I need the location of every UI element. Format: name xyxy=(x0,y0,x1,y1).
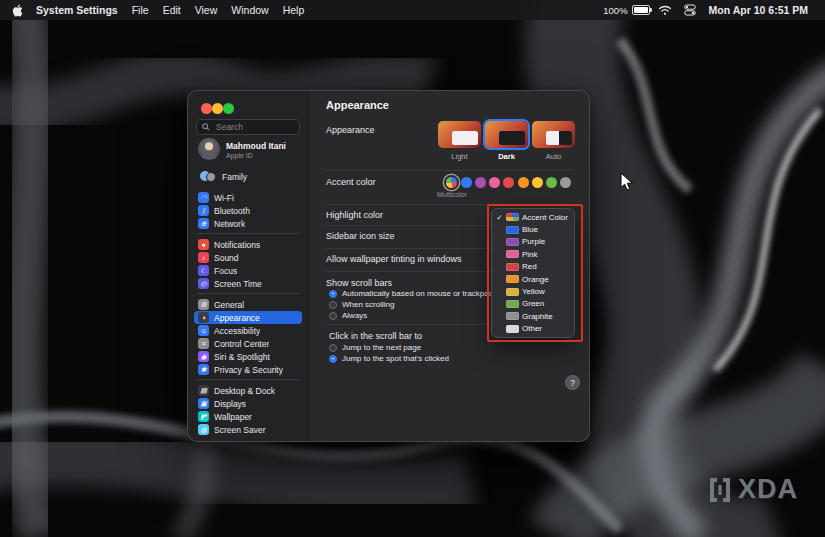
accent-color-green[interactable] xyxy=(546,177,557,188)
radio-label: Jump to the next page xyxy=(342,343,421,352)
minimize-button[interactable] xyxy=(212,103,223,114)
accent-color-yellow[interactable] xyxy=(532,177,543,188)
color-swatch xyxy=(506,226,519,234)
desktop: System Settings File Edit View Window He… xyxy=(0,0,825,537)
accent-color-blue[interactable] xyxy=(461,177,472,188)
sidebar-item-network[interactable]: ⊕ Network xyxy=(194,217,302,230)
menu-item-other[interactable]: Other xyxy=(492,323,574,335)
sidebar-item-desktop-dock[interactable]: ▤ Desktop & Dock xyxy=(194,384,302,397)
network-icon: ⊕ xyxy=(198,218,209,229)
menu-window[interactable]: Window xyxy=(224,4,275,16)
menu-item-label: Accent Color xyxy=(522,213,568,222)
menu-item-red[interactable]: Red xyxy=(492,261,574,273)
appearance-option-auto[interactable]: Auto xyxy=(532,121,575,161)
menu-file[interactable]: File xyxy=(125,4,156,16)
sidebar-item-screen-time[interactable]: ◴ Screen Time xyxy=(194,277,302,290)
sidebar-item-label: Control Center xyxy=(214,339,269,349)
radio-jump-to-spot[interactable]: Jump to the spot that's clicked xyxy=(329,354,449,363)
sidebar-search[interactable] xyxy=(196,119,300,135)
radio-button[interactable] xyxy=(329,312,337,320)
menu-item-green[interactable]: Green xyxy=(492,298,574,310)
radio-scrollbars-always[interactable]: Always xyxy=(329,311,367,320)
sidebar-item-wifi[interactable]: ◠ Wi-Fi xyxy=(194,191,302,204)
menu-item-yellow[interactable]: Yellow xyxy=(492,285,574,297)
menu-item-graphite[interactable]: Graphite xyxy=(492,310,574,322)
xda-watermark: XDA xyxy=(708,474,798,505)
profile-name[interactable]: Mahmoud Itani xyxy=(226,141,286,151)
sidebar-item-wallpaper[interactable]: ◩ Wallpaper xyxy=(194,410,302,423)
color-swatch xyxy=(506,300,519,308)
accent-color-purple[interactable] xyxy=(475,177,486,188)
menu-item-orange[interactable]: Orange xyxy=(492,273,574,285)
screen-saver-icon: ◍ xyxy=(198,424,209,435)
accent-color-orange[interactable] xyxy=(518,177,529,188)
siri-icon: ◉ xyxy=(198,351,209,362)
menu-edit[interactable]: Edit xyxy=(156,4,188,16)
help-button[interactable]: ? xyxy=(565,375,580,390)
radio-button[interactable] xyxy=(329,355,337,363)
family-icon xyxy=(200,170,216,183)
color-swatch xyxy=(506,312,519,320)
radio-button[interactable] xyxy=(329,290,337,298)
sidebar-item-sound[interactable]: ♪ Sound xyxy=(194,251,302,264)
sidebar-item-family[interactable]: Family xyxy=(222,172,247,182)
wallpaper-tinting-label: Allow wallpaper tinting in windows xyxy=(326,254,462,264)
menubar-clock[interactable]: Mon Apr 10 6:51 PM xyxy=(702,4,815,16)
auto-mode-thumbnail[interactable] xyxy=(532,121,575,148)
sidebar-separator xyxy=(197,293,299,294)
control-center-icon[interactable] xyxy=(684,4,696,16)
close-button[interactable] xyxy=(201,103,212,114)
radio-scrollbars-when-scrolling[interactable]: When scrolling xyxy=(329,300,394,309)
accent-color-red[interactable] xyxy=(503,177,514,188)
menu-item-label: Blue xyxy=(522,225,538,234)
radio-scrollbars-auto[interactable]: Automatically based on mouse or trackpad xyxy=(329,289,493,298)
wifi-icon[interactable] xyxy=(658,5,672,16)
sidebar-item-privacy-security[interactable]: ✱ Privacy & Security xyxy=(194,363,302,376)
menu-item-blue[interactable]: Blue xyxy=(492,223,574,235)
sidebar-item-label: General xyxy=(214,300,244,310)
menu-item-pink[interactable]: Pink xyxy=(492,248,574,260)
sidebar-item-notifications[interactable]: ● Notifications xyxy=(194,238,302,251)
scroll-click-label: Click in the scroll bar to xyxy=(329,331,422,341)
sidebar-item-control-center[interactable]: ≡ Control Center xyxy=(194,337,302,350)
accent-color-multicolor[interactable] xyxy=(446,177,457,188)
mode-label: Auto xyxy=(532,152,575,161)
icon-glyph: ◴ xyxy=(200,280,206,287)
radio-button[interactable] xyxy=(329,344,337,352)
sidebar-item-appearance[interactable]: ◑ Appearance xyxy=(194,311,302,324)
accent-color-pink[interactable] xyxy=(489,177,500,188)
sidebar-item-focus[interactable]: ☾ Focus xyxy=(194,264,302,277)
dark-mode-thumbnail[interactable] xyxy=(485,121,528,148)
sidebar-item-bluetooth[interactable]: ᛒ Bluetooth xyxy=(194,204,302,217)
menubar-app-name[interactable]: System Settings xyxy=(29,4,125,16)
sidebar-item-screen-saver[interactable]: ◍ Screen Saver xyxy=(194,423,302,436)
menu-help[interactable]: Help xyxy=(276,4,312,16)
displays-icon: ▣ xyxy=(198,398,209,409)
menu-item-label: Yellow xyxy=(522,287,545,296)
sidebar-item-label: Focus xyxy=(214,266,237,276)
radio-button[interactable] xyxy=(329,301,337,309)
appearance-option-light[interactable]: Light xyxy=(438,121,481,161)
light-mode-thumbnail[interactable] xyxy=(438,121,481,148)
apple-menu[interactable] xyxy=(10,4,29,17)
menu-item-accent-color[interactable]: ✓ Accent Color xyxy=(492,211,574,223)
search-input[interactable] xyxy=(214,121,294,133)
page-title: Appearance xyxy=(326,99,389,111)
mouse-cursor xyxy=(620,172,634,192)
radio-jump-next-page[interactable]: Jump to the next page xyxy=(329,343,421,352)
battery-icon[interactable] xyxy=(632,5,650,15)
sidebar-item-siri-spotlight[interactable]: ◉ Siri & Spotlight xyxy=(194,350,302,363)
settings-sidebar: Mahmoud Itani Apple ID Family ◠ Wi-Fi ᛒ … xyxy=(188,91,309,441)
sidebar-item-accessibility[interactable]: ☺ Accessibility xyxy=(194,324,302,337)
general-icon: ⚙ xyxy=(198,299,209,310)
menu-item-label: Purple xyxy=(522,237,545,246)
profile-avatar[interactable] xyxy=(198,138,220,160)
highlight-color-label: Highlight color xyxy=(326,210,383,220)
menu-item-purple[interactable]: Purple xyxy=(492,236,574,248)
sidebar-item-general[interactable]: ⚙ General xyxy=(194,298,302,311)
accent-color-graphite[interactable] xyxy=(560,177,571,188)
sidebar-item-displays[interactable]: ▣ Displays xyxy=(194,397,302,410)
zoom-button[interactable] xyxy=(223,103,234,114)
menu-view[interactable]: View xyxy=(188,4,225,16)
appearance-option-dark[interactable]: Dark xyxy=(485,121,528,161)
